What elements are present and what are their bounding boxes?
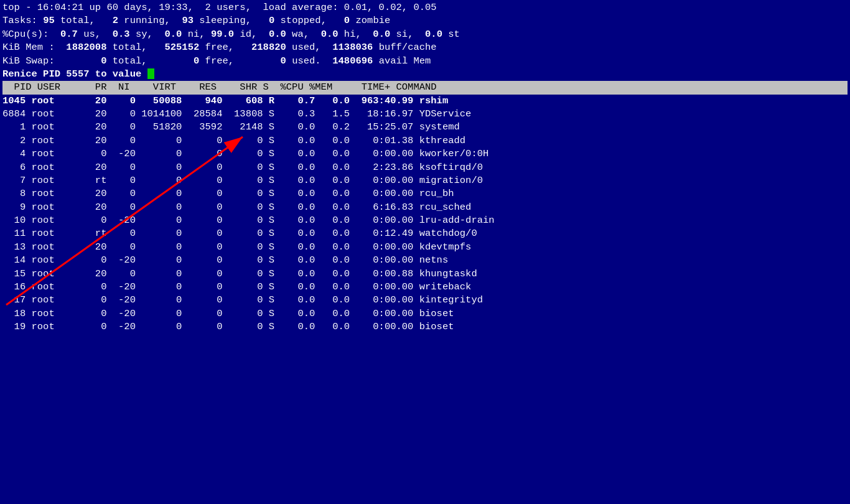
table-row: 1 root 20 0 51820 3592 2148 S 0.0 0.2 15… [2, 121, 848, 134]
header-line-5: KiB Swap: 0 total, 0 free, 0 used. 14806… [2, 55, 848, 68]
column-header: PID USER PR NI VIRT RES SHR S %CPU %MEM … [2, 81, 848, 94]
table-row: 7 root rt 0 0 0 0 S 0.0 0.0 0:00.00 migr… [2, 174, 848, 187]
table-row: 15 root 20 0 0 0 0 S 0.0 0.0 0:00.88 khu… [2, 268, 848, 281]
header-line-2: Tasks: 95 total, 2 running, 93 sleeping,… [2, 14, 848, 27]
header-line-1: top - 16:04:21 up 60 days, 19:33, 2 user… [2, 1, 848, 14]
terminal: top - 16:04:21 up 60 days, 19:33, 2 user… [0, 0, 850, 504]
table-row: 13 root 20 0 0 0 0 S 0.0 0.0 0:00.00 kde… [2, 241, 848, 254]
process-list: 1045 root 20 0 50088 940 608 R 0.7 0.0 9… [2, 95, 848, 334]
header-line-4: KiB Mem : 1882008 total, 525152 free, 21… [2, 41, 848, 54]
table-row: 18 root 0 -20 0 0 0 S 0.0 0.0 0:00.00 bi… [2, 307, 848, 320]
table-row: 16 root 0 -20 0 0 0 S 0.0 0.0 0:00.00 wr… [2, 281, 848, 294]
renice-line[interactable]: Renice PID 5557 to value [2, 68, 848, 81]
header-line-3: %Cpu(s): 0.7 us, 0.3 sy, 0.0 ni, 99.0 id… [2, 28, 848, 41]
table-row: 4 root 0 -20 0 0 0 S 0.0 0.0 0:00.00 kwo… [2, 147, 848, 161]
table-row: 8 root 20 0 0 0 0 S 0.0 0.0 0:00.00 rcu_… [2, 187, 848, 200]
table-row: 17 root 0 -20 0 0 0 S 0.0 0.0 0:00.00 ki… [2, 294, 848, 307]
table-row: 11 root rt 0 0 0 0 S 0.0 0.0 0:12.49 wat… [2, 227, 848, 240]
table-row: 19 root 0 -20 0 0 0 S 0.0 0.0 0:00.00 bi… [2, 320, 848, 334]
table-row: 14 root 0 -20 0 0 0 S 0.0 0.0 0:00.00 ne… [2, 254, 848, 267]
table-row: 6884 root 20 0 1014100 28584 13808 S 0.3… [2, 108, 848, 121]
table-row: 10 root 0 -20 0 0 0 S 0.0 0.0 0:00.00 lr… [2, 214, 848, 227]
table-row: 6 root 20 0 0 0 0 S 0.0 0.0 2:23.86 ksof… [2, 161, 848, 174]
table-row: 1045 root 20 0 50088 940 608 R 0.7 0.0 9… [2, 95, 848, 108]
table-row: 2 root 20 0 0 0 0 S 0.0 0.0 0:01.38 kthr… [2, 134, 848, 147]
table-row: 9 root 20 0 0 0 0 S 0.0 0.0 6:16.83 rcu_… [2, 201, 848, 214]
